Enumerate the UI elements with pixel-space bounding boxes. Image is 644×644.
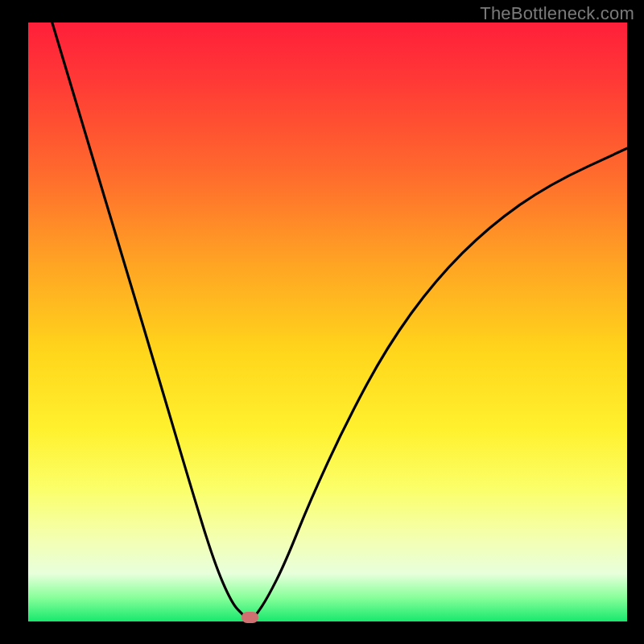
chart-frame: TheBottleneck.com bbox=[0, 0, 644, 644]
bottleneck-curve bbox=[28, 23, 627, 621]
plot-area bbox=[28, 23, 627, 621]
watermark-text: TheBottleneck.com bbox=[480, 3, 634, 24]
optimal-point-marker bbox=[242, 612, 258, 623]
